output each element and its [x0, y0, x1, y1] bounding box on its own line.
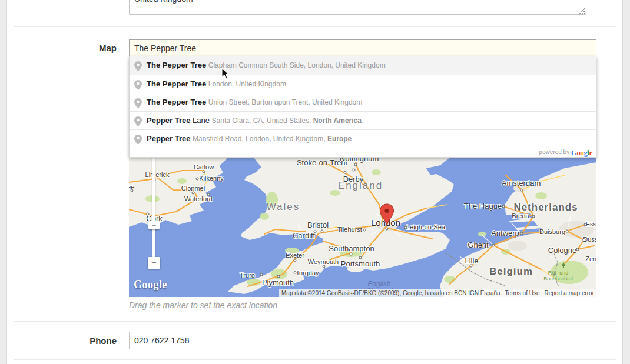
town-dot	[294, 259, 297, 262]
phone-field-label: Phone	[14, 336, 117, 346]
map-place-label: Ghent	[467, 241, 488, 249]
town-dot	[314, 231, 317, 233]
map-place-label: England	[338, 180, 383, 192]
map-place-label: Portsmouth	[341, 259, 380, 268]
suggestion-main-text: The Pepper Tree	[147, 61, 206, 69]
town-dot	[277, 275, 280, 278]
suggestion-region-text: North America	[313, 116, 362, 125]
mouse-cursor	[221, 68, 229, 79]
google-map[interactable]: leeLimerickCarlowKilkennyClonmelWaterfor…	[129, 158, 596, 297]
suggestion-mid-text: Lane	[190, 116, 210, 125]
map-place-label: Weymouth	[308, 258, 339, 265]
map-place-label: Carlow	[194, 163, 214, 171]
autocomplete-suggestion[interactable]: Pepper Tree Mansfield Road, London, Unit…	[130, 129, 596, 148]
divider	[14, 321, 616, 322]
suggestion-main-text: Pepper Tree	[147, 116, 190, 125]
map-place-label: Duisburg	[539, 228, 565, 235]
town-dot	[566, 230, 569, 233]
town-dot	[207, 193, 210, 196]
map-place-label: Netherlands	[513, 202, 578, 213]
zoom-slider-handle[interactable]: –	[148, 221, 160, 229]
powered-by-google: powered by Google	[130, 148, 596, 157]
map-field-label: Map	[14, 43, 117, 53]
map-place-label: Cardiff	[293, 231, 315, 240]
town-dot	[404, 226, 407, 229]
autocomplete-suggestion[interactable]: The Pepper Tree London, United Kingdom	[130, 75, 596, 93]
town-dot	[502, 205, 505, 208]
map-place-label: Truro	[240, 272, 255, 279]
google-logo: Google	[571, 148, 592, 157]
country-textarea[interactable]: United Kingdom	[129, 0, 586, 15]
phone-input[interactable]	[129, 332, 264, 349]
map-place-label: Limerick	[145, 171, 170, 178]
autocomplete-suggestion[interactable]: The Pepper Tree Clapham Common South Sid…	[130, 56, 596, 75]
map-place-label: Esse	[586, 221, 596, 228]
place-pin-icon	[134, 116, 142, 126]
map-place-label: Röt- und	[548, 270, 569, 276]
zoom-slider-track[interactable]	[152, 158, 155, 262]
autocomplete-suggestion[interactable]: Pepper Tree Lane Santa Clara, CA, United…	[130, 111, 596, 129]
map-place-label: Plymouth	[262, 278, 294, 287]
town-dot	[576, 248, 579, 251]
map-place-label: Zentr	[585, 255, 596, 262]
zoom-out-button[interactable]: −	[148, 257, 160, 269]
town-dot	[584, 223, 587, 226]
town-dot	[294, 271, 297, 274]
town-dot	[532, 215, 535, 218]
town-dot	[359, 256, 362, 259]
town-dot	[470, 265, 473, 268]
autocomplete-suggestion[interactable]: The Pepper Tree Union Street, Burton upo…	[130, 93, 596, 111]
town-dot	[583, 239, 586, 242]
map-place-label: Buchbachtal	[543, 276, 573, 282]
drag-marker-hint: Drag the marker to set the exact locatio…	[129, 300, 277, 310]
map-place-label: Amsterdam	[502, 179, 541, 188]
map-place-label: Antwerp	[491, 229, 519, 238]
google-maps-logo: Google	[134, 279, 167, 291]
suggestion-secondary-text: Santa Clara, CA, United States,	[212, 116, 313, 125]
suggestion-main-text: The Pepper Tree	[147, 98, 206, 106]
place-pin-icon	[134, 135, 142, 145]
powered-by-text: powered by	[539, 149, 571, 155]
places-autocomplete-dropdown: The Pepper Tree Clapham Common South Sid…	[129, 56, 596, 158]
place-pin-icon	[134, 80, 142, 90]
town-dot	[354, 163, 357, 166]
town-dot	[344, 171, 347, 174]
suggestion-region-text: Europe	[327, 135, 352, 143]
town-dot	[520, 232, 523, 235]
town-dot	[492, 244, 495, 247]
suggestion-main-text: The Pepper Tree	[147, 79, 206, 88]
town-dot	[353, 169, 356, 172]
suggestion-secondary-text: Mansfield Road, London, United Kingdom,	[193, 135, 327, 143]
map-place-label: Leigh-on-Sea	[406, 223, 445, 231]
report-map-error-link[interactable]: Report a map error	[545, 290, 594, 296]
page: United Kingdom Map The Pepper Tree Claph…	[0, 0, 630, 364]
town-dot	[363, 229, 366, 232]
map-place-label: Torquay	[296, 269, 319, 276]
town-dot	[350, 253, 353, 256]
map-place-label: Bristol	[307, 221, 329, 229]
map-search-input[interactable]	[129, 39, 596, 56]
suggestion-main-text: Pepper Tree	[147, 134, 190, 143]
terms-of-use-link[interactable]: Terms of Use	[505, 290, 540, 296]
divider	[14, 359, 616, 360]
map-place-label: Wales	[267, 201, 300, 213]
map-place-label: Lille	[465, 256, 478, 265]
map-place-label: Cologne	[548, 246, 576, 255]
town-dot	[323, 265, 326, 268]
location-marker[interactable]	[379, 203, 394, 229]
town-dot	[196, 178, 199, 181]
map-place-label: Nottingham	[340, 158, 379, 163]
town-dot	[260, 273, 263, 276]
map-place-label: The Hague	[464, 202, 502, 211]
suggestion-secondary-text: London, United Kingdom	[208, 80, 286, 88]
town-dot	[192, 192, 195, 195]
suggestion-secondary-text: Union Street, Burton upon Trent, United …	[208, 98, 363, 106]
town-dot	[520, 189, 523, 192]
town-dot	[131, 189, 134, 192]
map-data-attribution: Map data ©2014 GeoBasis-DE/BKG (©2009), …	[281, 290, 500, 296]
map-place-label: Tilehurst	[337, 226, 362, 233]
map-place-label: Clonmel	[181, 185, 205, 192]
textarea-resize-handle[interactable]	[579, 8, 585, 14]
map-place-label: Exeter	[286, 252, 304, 259]
map-place-label: Belgium	[489, 266, 533, 278]
